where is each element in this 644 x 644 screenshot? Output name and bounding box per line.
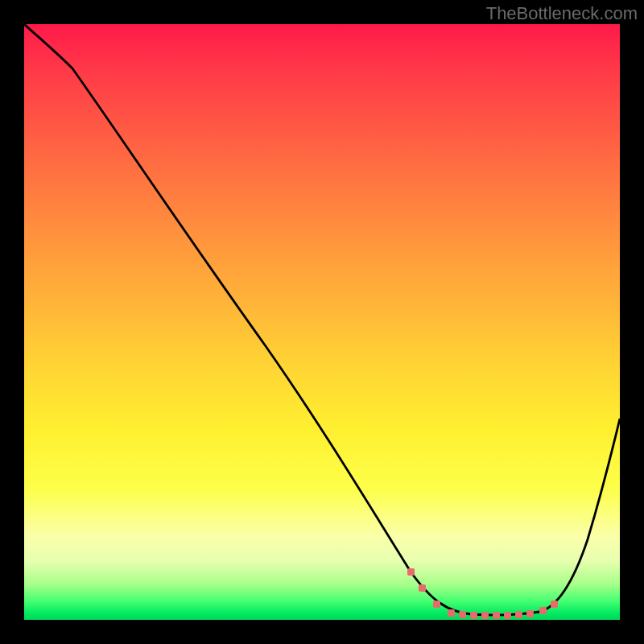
svg-rect-5 — [470, 612, 477, 619]
svg-rect-11 — [539, 607, 547, 614]
svg-rect-0 — [407, 568, 415, 576]
bottleneck-curve — [24, 24, 620, 615]
plot-area — [24, 24, 620, 620]
svg-rect-12 — [551, 601, 558, 608]
svg-rect-4 — [459, 611, 466, 618]
chart-curve-svg — [24, 24, 620, 620]
watermark-text: TheBottleneck.com — [486, 3, 638, 24]
svg-rect-9 — [515, 611, 522, 618]
svg-rect-3 — [448, 609, 455, 617]
svg-rect-2 — [433, 601, 440, 608]
svg-rect-6 — [481, 612, 489, 619]
chart-frame: TheBottleneck.com — [0, 0, 644, 644]
svg-rect-10 — [526, 610, 534, 617]
svg-rect-7 — [493, 612, 500, 619]
svg-rect-8 — [504, 612, 511, 619]
svg-rect-1 — [419, 584, 426, 592]
